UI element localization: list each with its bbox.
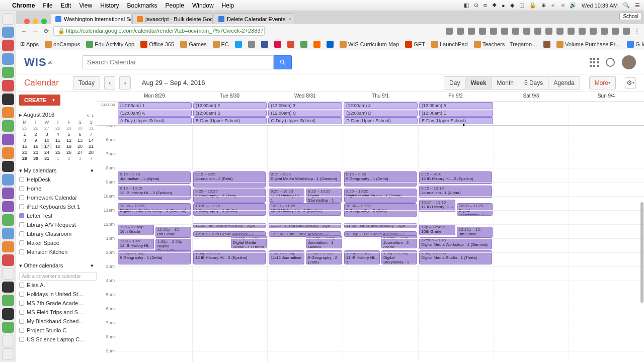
dock-app[interactable] [2, 308, 14, 320]
calendar-checkbox[interactable] [19, 249, 24, 254]
menu-icon[interactable]: ☰ [635, 2, 640, 9]
dock-app[interactable] [2, 228, 14, 239]
calendar-event[interactable]: 12:45p – 1:45pDigital Media Studio - 1 (… [231, 235, 267, 248]
bookmark[interactable]: GET [405, 41, 425, 48]
more-button[interactable]: More ▾ [589, 76, 616, 89]
extension-icon[interactable] [512, 28, 519, 35]
bookmark[interactable] [235, 41, 242, 48]
calendar-checkbox[interactable] [19, 310, 24, 315]
day-header[interactable]: Tue 8/30 [192, 92, 268, 101]
tray-icon[interactable]: ⊙ [474, 2, 478, 9]
calendar-item[interactable]: Homework Calendar [19, 193, 97, 202]
dock-app[interactable] [2, 53, 14, 65]
menu-bookmarks[interactable]: Bookmarks [127, 2, 157, 9]
calendar-event[interactable]: 8:15 – 9:25Journalism - 2 (Beta) [193, 171, 266, 188]
bookmark[interactable] [287, 41, 294, 48]
dropdown-icon[interactable]: ▾ [91, 262, 94, 269]
scrollbar[interactable] [640, 182, 644, 362]
browser-tab[interactable]: Delete Calendar Events× [214, 13, 294, 24]
extension-icon[interactable] [534, 28, 541, 35]
menu-view[interactable]: View [79, 2, 92, 9]
allday-event[interactable]: (12:00am) D [344, 110, 418, 117]
calendar-event[interactable]: 10:30 – 11:2512 IB History HL - 2 (Epsil… [269, 203, 341, 216]
view-day[interactable]: Day [444, 76, 465, 89]
extension-icon[interactable] [568, 28, 575, 35]
tray-icon[interactable]: 🔊 [570, 2, 577, 9]
avatar[interactable] [622, 55, 636, 69]
add-coworker-input[interactable]: Add a coworker's calendar [19, 272, 97, 281]
calendar-event[interactable]: 11:55 - 8th Grade Advisory - 5QS (MSA [344, 223, 417, 228]
maximize-window[interactable] [41, 19, 47, 24]
dock-finder[interactable] [2, 13, 14, 25]
extension-icon[interactable] [501, 28, 508, 35]
app-name[interactable]: Chrome [12, 2, 35, 9]
calendar-event[interactable]: 11:55 - 8th Grade Advisory - 5QS (MSA [269, 223, 341, 228]
calendar-checkbox[interactable] [19, 292, 24, 297]
calendar-checkbox[interactable] [19, 301, 24, 306]
dock-app[interactable] [2, 254, 14, 266]
create-button[interactable]: CREATE▼ [19, 95, 60, 106]
url-field[interactable]: 🔒https://calendar.google.com/calendar/re… [53, 26, 265, 36]
allday-event[interactable]: (12:00am) 4 [344, 102, 418, 109]
bookmark[interactable]: Office 365 [140, 41, 174, 48]
dock-app[interactable] [2, 147, 14, 159]
tray-icon[interactable]: ✱ [492, 2, 497, 9]
day-header[interactable]: Mon 8/29 [117, 92, 192, 101]
calendar-checkbox[interactable] [19, 319, 24, 324]
dock-app[interactable] [2, 94, 14, 105]
close-window[interactable] [24, 19, 30, 24]
bookmark[interactable]: ⊞Apps [20, 41, 39, 47]
calendar-item[interactable]: Elisa A. [19, 281, 97, 290]
extension-icon[interactable] [523, 28, 530, 35]
calendar-event[interactable]: 8:15 – 9:20Digital Media Workshop - 1 (G… [269, 171, 341, 187]
calendar-event[interactable]: 12p – 12:45p10th Grade Adviso [419, 224, 455, 235]
extension-icon[interactable] [590, 28, 597, 35]
calendar-event[interactable]: 8:15 – 9:209 Geography - 1 (Delta) [344, 171, 417, 187]
tray-icon[interactable]: ◫ [519, 2, 524, 9]
dock-app[interactable] [2, 268, 14, 280]
bookmark[interactable]: EC [213, 41, 229, 48]
allday-event[interactable]: (12:00am) 5 [419, 102, 493, 109]
menu-file[interactable]: File [43, 2, 52, 9]
profile-badge[interactable]: School [619, 13, 642, 20]
calendar-item[interactable]: My Blackbaud Sched… [19, 317, 97, 326]
calendar-checkbox[interactable] [19, 337, 24, 342]
allday-event[interactable]: (12:00am) 1 [118, 102, 192, 109]
calendar-item[interactable]: iPad Keyboards Set 1 [19, 202, 97, 211]
today-button[interactable]: Today [73, 76, 100, 89]
calendar-event[interactable]: 12:45p – 1:45pJournalism - 1 (Alpha) [306, 235, 342, 248]
bookmark[interactable]: Games [180, 41, 206, 48]
calendar-checkbox[interactable] [19, 222, 24, 227]
dock-app[interactable] [2, 67, 14, 78]
allday-event[interactable]: (12:00am) C [268, 110, 342, 117]
mini-next[interactable]: › [92, 112, 94, 118]
settings-button[interactable]: ⚙ ▾ [625, 77, 636, 88]
allday-event[interactable]: B-Day (Upper School) [193, 117, 267, 124]
bookmark[interactable]: Teachers - Tregaron… [474, 41, 537, 48]
calendar-checkbox[interactable] [19, 231, 24, 236]
notifications-icon[interactable] [606, 58, 615, 67]
calendar-event[interactable]: 1:30p – 2:20pDigital Storytelling [155, 239, 191, 251]
bookmark[interactable] [261, 41, 268, 48]
extension-icon[interactable] [556, 28, 564, 35]
calendar-checkbox[interactable] [19, 240, 24, 245]
time-grid[interactable]: 5am6am7am8am9am10am11am12pm1pm2pm3pm4pm5… [97, 126, 644, 362]
bookmark[interactable] [313, 41, 320, 48]
tray-icon[interactable]: ◧ [464, 2, 469, 9]
calendar-event[interactable]: 12:50p – 1:45Digital Media Workshop - 1 … [419, 237, 492, 249]
calendar-event[interactable]: 12p – 12:45p10th Grade Adviso [118, 224, 153, 235]
dock-app[interactable] [2, 335, 14, 346]
search-input[interactable] [83, 55, 274, 69]
calendar-item[interactable]: Maker Space [19, 238, 97, 247]
dock-app[interactable] [2, 188, 14, 199]
menu-people[interactable]: People [166, 2, 184, 9]
extension-icon[interactable] [623, 28, 630, 35]
back-button[interactable]: ← [20, 28, 28, 35]
tray-icon[interactable]: ◆ [510, 2, 514, 9]
allday-event[interactable]: (12:00am) A [118, 110, 192, 117]
org-logo[interactable]: WIS50 [24, 52, 74, 72]
calendar-item[interactable]: Library Classroom [19, 229, 97, 238]
browser-tab[interactable]: Washington International Sch…× [51, 13, 131, 24]
calendar-checkbox[interactable] [19, 328, 24, 333]
day-header[interactable]: Fri 9/2 [418, 92, 494, 101]
